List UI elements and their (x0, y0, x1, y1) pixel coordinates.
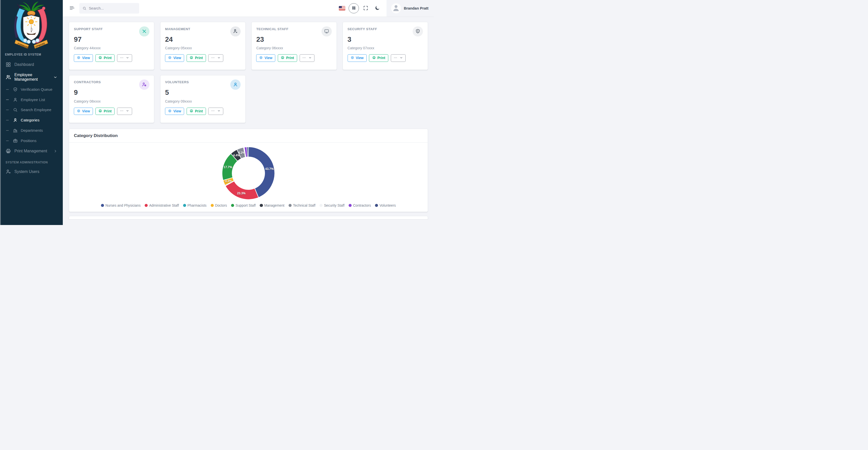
dark-mode-button[interactable] (372, 3, 383, 13)
category-card-management: MANAGEMENT24Category 05xxxxViewPrint (160, 22, 246, 70)
submenu-dash (6, 141, 9, 141)
apps-menu-button[interactable] (349, 3, 359, 13)
page-content: SUPPORT STAFF97Category 44xxxxViewPrintM… (63, 17, 434, 225)
sidebar-item-categories[interactable]: Categories (0, 115, 63, 125)
card-count: 23 (256, 36, 332, 44)
eye-view-icon (168, 56, 172, 60)
legend-item-doctors[interactable]: Doctors (211, 204, 227, 207)
legend-item-pharmacists[interactable]: Pharmacists (183, 204, 207, 207)
shield-check-icon (13, 87, 18, 92)
card-title: SUPPORT STAFF (74, 27, 149, 31)
more-dropdown-button[interactable] (300, 54, 314, 62)
legend-item-administrative-staff[interactable]: Administrative Staff (145, 204, 179, 207)
briefcase-icon (13, 138, 18, 143)
card-category-code: Category 06xxxx (256, 46, 332, 50)
chevron-down-icon (400, 56, 403, 60)
sidebar-item-print-management[interactable]: Print Management (0, 146, 63, 157)
user-star-icon (230, 26, 241, 37)
view-label: View (355, 56, 364, 60)
print-button[interactable]: Print (369, 54, 388, 62)
sidebar-item-employee-management[interactable]: Employee Management (0, 70, 63, 84)
donut-slice-volunteers[interactable] (247, 147, 248, 157)
fullscreen-button[interactable] (361, 3, 371, 13)
moon-icon (374, 5, 380, 11)
category-cards-grid: SUPPORT STAFF97Category 44xxxxViewPrintM… (69, 22, 428, 123)
menu-toggle-button[interactable] (67, 3, 78, 13)
printer-icon (98, 109, 102, 113)
print-button[interactable]: Print (187, 54, 206, 62)
sidebar-item-system-users[interactable]: System Users (0, 166, 63, 177)
view-button[interactable]: View (256, 54, 275, 62)
legend-item-volunteers[interactable]: Volunteers (375, 204, 396, 207)
more-dropdown-button[interactable] (391, 54, 406, 62)
sidebar-item-label: Departments (21, 128, 43, 133)
sidebar-item-dashboard[interactable]: Dashboard (0, 59, 63, 70)
legend-dot (101, 204, 104, 207)
view-label: View (82, 56, 90, 60)
printer-icon (190, 109, 193, 113)
user-menu[interactable]: Brandan Pratt (386, 0, 434, 17)
avatar (391, 3, 401, 13)
search-input[interactable] (89, 6, 136, 10)
more-dropdown-button[interactable] (208, 54, 223, 62)
card-actions: ViewPrint (348, 54, 423, 62)
dots-icon (302, 56, 306, 60)
print-label: Print (104, 110, 112, 113)
avatar-icon (391, 3, 401, 13)
search-icon (13, 107, 18, 112)
sidebar-section-system-administration: SYSTEM ADMINISTRATION (0, 157, 63, 166)
menu-icon (69, 5, 75, 11)
card-category-code: Category 07xxxx (348, 46, 423, 50)
print-button[interactable]: Print (95, 54, 115, 62)
print-button[interactable]: Print (95, 108, 115, 115)
sidebar-item-employee-list[interactable]: Employee List (0, 94, 63, 105)
coat-of-arms-logo[interactable]: FORWARD UPWARD (0, 0, 63, 51)
legend-label: Management (264, 204, 284, 207)
language-flag-button[interactable] (337, 3, 347, 13)
card-title: TECHNICAL STAFF (256, 27, 332, 31)
chevron-down-icon (308, 56, 312, 60)
eye-view-icon (77, 109, 81, 113)
category-card-volunteers: VOLUNTEERS5Category 09xxxxViewPrint (160, 75, 246, 123)
sidebar-item-search-employee[interactable]: Search Employee (0, 105, 63, 115)
legend-dot (319, 204, 322, 207)
card-actions: ViewPrint (256, 54, 332, 62)
submenu-dash (6, 99, 9, 100)
apps-icon (351, 5, 356, 11)
dots-icon (120, 56, 124, 60)
chevron-right-icon (53, 149, 58, 153)
legend-item-security-staff[interactable]: Security Staff (319, 204, 344, 207)
legend-label: Security Staff (324, 204, 345, 207)
sidebar-item-departments[interactable]: Departments (0, 125, 63, 136)
topbar: Brandan Pratt (63, 0, 434, 17)
more-dropdown-button[interactable] (117, 108, 132, 115)
print-button[interactable]: Print (278, 54, 297, 62)
donut-slice-administrative-staff[interactable] (225, 181, 258, 200)
view-button[interactable]: View (165, 108, 184, 115)
legend-dot (349, 204, 352, 207)
card-actions: ViewPrint (74, 108, 149, 115)
view-button[interactable]: View (74, 108, 93, 115)
legend-item-support-staff[interactable]: Support Staff (231, 204, 256, 207)
legend-item-management[interactable]: Management (260, 204, 284, 207)
category-card-technical-staff: TECHNICAL STAFF23Category 06xxxxViewPrin… (251, 22, 337, 70)
view-button[interactable]: View (74, 54, 93, 62)
view-button[interactable]: View (165, 54, 184, 62)
category-distribution-card: Category Distribution 43.7%23.3%3.3%17.7… (69, 129, 428, 212)
user-icon (230, 79, 241, 90)
print-label: Print (286, 56, 294, 60)
sidebar-item-verification-queue[interactable]: Verification Queue (0, 84, 63, 94)
legend-item-contractors[interactable]: Contractors (349, 204, 371, 207)
sidebar-item-positions[interactable]: Positions (0, 136, 63, 146)
more-dropdown-button[interactable] (208, 108, 223, 115)
sidebar-item-label: Positions (21, 139, 37, 143)
legend-label: Nurses and Physicians (105, 204, 141, 207)
dots-icon (211, 109, 215, 113)
print-button[interactable]: Print (187, 108, 206, 115)
view-button[interactable]: View (348, 54, 367, 62)
more-dropdown-button[interactable] (117, 54, 132, 62)
legend-item-technical-staff[interactable]: Technical Staff (288, 204, 315, 207)
printer-icon (281, 56, 284, 60)
legend-item-nurses-and-physicians[interactable]: Nurses and Physicians (101, 204, 141, 207)
user-name: Brandan Pratt (404, 6, 429, 10)
